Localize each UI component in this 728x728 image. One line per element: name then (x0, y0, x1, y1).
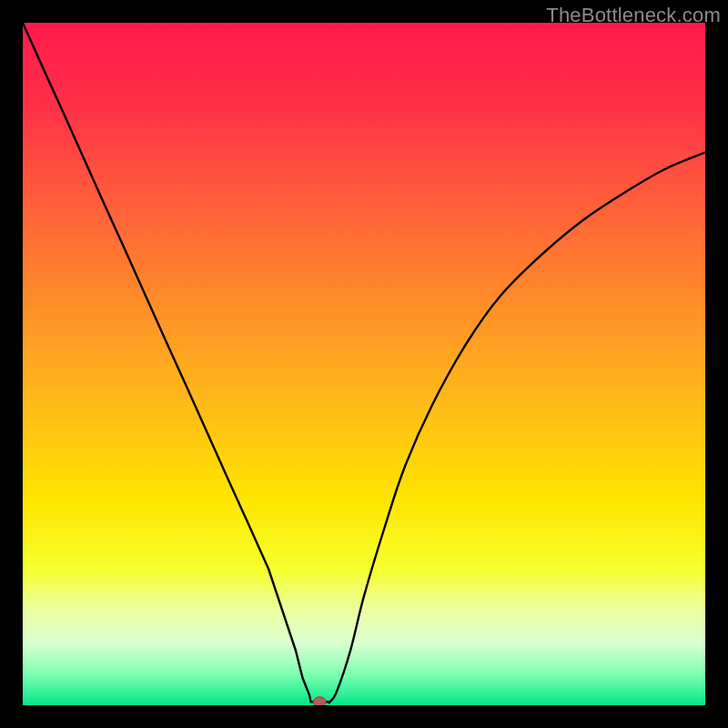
optimal-point-marker (313, 697, 326, 705)
bottleneck-chart (23, 23, 705, 705)
plot-area (23, 23, 705, 705)
gradient-background (23, 23, 705, 705)
watermark-text: TheBottleneck.com (546, 4, 721, 27)
chart-frame: TheBottleneck.com (0, 0, 728, 728)
